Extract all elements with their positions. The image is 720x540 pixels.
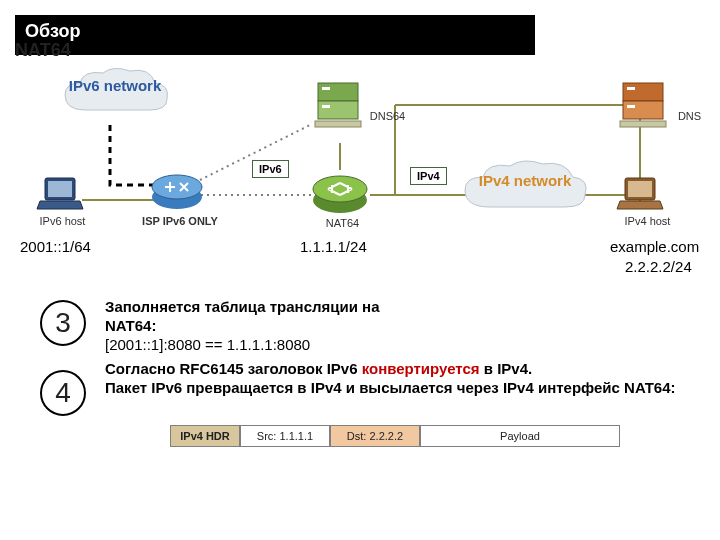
isp-router-icon [150, 165, 205, 219]
step-3-text: Заполняется таблица трансляции на NAT64:… [105, 298, 665, 354]
router-icon [150, 165, 205, 215]
step4-b: конвертируется [362, 360, 480, 377]
dns-label: DNS [672, 110, 707, 122]
ipv4-packet-label: IPv4 [410, 167, 447, 185]
step-4-text: Согласно RFC6145 заголовок IPv6 конверти… [105, 360, 680, 398]
svg-rect-17 [628, 181, 652, 197]
svg-point-10 [313, 176, 367, 202]
svg-rect-7 [322, 105, 330, 108]
dns64-label: DNS64 [365, 110, 410, 122]
server-icon [310, 75, 365, 135]
dns-icon [615, 75, 670, 139]
svg-rect-8 [315, 121, 361, 127]
step4-d: Пакет IPv6 превращается в IPv4 и высылае… [105, 379, 675, 396]
ipv4-host-label: IPv4 host [620, 215, 675, 227]
pkt-payload: Payload [420, 425, 620, 447]
svg-rect-5 [318, 101, 358, 119]
pkt-src: Src: 1.1.1.1 [240, 425, 330, 447]
step3-line3: [2001::1]:8080 == 1.1.1.1:8080 [105, 336, 310, 353]
ipv4-cloud: IPv4 network [455, 157, 595, 217]
ipv6-host-icon [35, 175, 85, 219]
ipv6-cloud: IPv6 network [55, 65, 175, 120]
step3-line2: NAT64: [105, 317, 156, 334]
ipv6-packet-label: IPv6 [252, 160, 289, 178]
svg-rect-1 [48, 181, 72, 197]
server-icon [615, 75, 670, 135]
svg-rect-6 [322, 87, 330, 90]
nat64-icon [310, 165, 370, 224]
svg-point-3 [152, 175, 202, 199]
svg-rect-12 [623, 101, 663, 119]
example-ip: 2.2.2.2/24 [625, 258, 692, 275]
svg-rect-11 [623, 83, 663, 101]
packet-table: IPv4 HDR Src: 1.1.1.1 Dst: 2.2.2.2 Paylo… [170, 425, 620, 447]
ipv6-cloud-label: IPv6 network [55, 77, 175, 94]
example-domain: example.com [610, 238, 699, 255]
ipv4-host-icon [615, 175, 665, 219]
svg-rect-13 [627, 87, 635, 90]
step-4-circle: 4 [40, 370, 86, 416]
laptop-icon [35, 175, 85, 215]
svg-rect-15 [620, 121, 666, 127]
step3-line1: Заполняется таблица трансляции на [105, 298, 380, 315]
svg-rect-14 [627, 105, 635, 108]
network-diagram: IPv6 network IPv4 network IPv6 host ISP … [0, 55, 720, 255]
step-3-circle: 3 [40, 300, 86, 346]
ipv6-host-label: IPv6 host [35, 215, 90, 227]
nat64-label: NAT64 [320, 217, 365, 229]
ipv6-address: 2001::1/64 [20, 238, 91, 255]
ipv4-cloud-label: IPv4 network [455, 172, 595, 189]
isp-label: ISP IPv6 ONLY [135, 215, 225, 227]
svg-rect-4 [318, 83, 358, 101]
step4-a: Согласно RFC6145 заголовок IPv6 [105, 360, 362, 377]
laptop-icon [615, 175, 665, 215]
pkt-dst: Dst: 2.2.2.2 [330, 425, 420, 447]
title-bar: Обзор [15, 15, 535, 55]
pkt-hdr: IPv4 HDR [170, 425, 240, 447]
nat-router-icon [310, 165, 370, 220]
step4-c: в IPv4. [480, 360, 533, 377]
nat-address: 1.1.1.1/24 [300, 238, 367, 255]
dns64-icon [310, 75, 365, 139]
